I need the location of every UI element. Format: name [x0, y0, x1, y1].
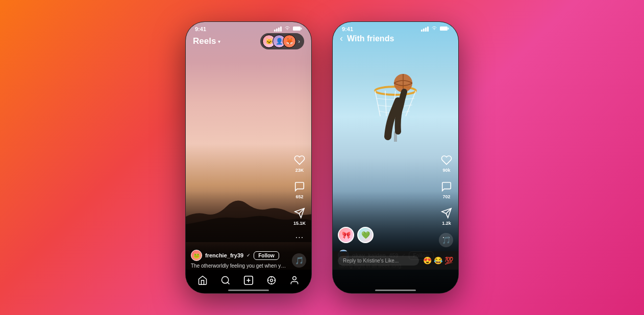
back-button[interactable]: ‹	[340, 33, 343, 44]
friend-avatar-1: 🎀	[338, 227, 354, 243]
reply-emojis: 😍 😂 💯	[423, 256, 453, 265]
status-time: 9:41	[195, 26, 206, 32]
comment-count: 652	[295, 194, 303, 199]
avatar-3: 🦊	[283, 35, 296, 48]
chevron-down-icon: ▾	[218, 39, 220, 44]
emoji-heart-eyes[interactable]: 😍	[423, 256, 432, 265]
with-friends-header: ‹ With friends	[333, 33, 458, 44]
like-count: 23K	[295, 168, 304, 173]
with-friends-title: With friends	[347, 34, 394, 43]
status-icons-2	[421, 26, 449, 32]
user-avatar: 🐸	[191, 250, 202, 261]
battery-icon	[293, 26, 302, 32]
wifi-icon-2	[431, 26, 437, 32]
right-actions-2: 90k 702 1.2k ···	[440, 153, 453, 242]
phone-with-friends: 9:41 ‹ With friends	[332, 21, 459, 294]
svg-point-15	[293, 277, 296, 280]
svg-rect-26	[448, 28, 449, 30]
share-action-2[interactable]: 1.2k	[440, 206, 453, 226]
comment-icon-2	[440, 180, 453, 193]
svg-line-18	[375, 91, 380, 116]
friends-avatars: 🐱 👤 🦊	[262, 35, 296, 48]
nav-reels[interactable]	[263, 272, 280, 288]
signal-icon	[274, 27, 282, 32]
reply-bar: Reply to Kristine's Like... 😍 😂 💯	[333, 251, 458, 270]
svg-point-10	[270, 279, 273, 282]
comment-count-2: 702	[442, 194, 450, 199]
share-icon	[293, 206, 306, 220]
share-icon-2	[440, 206, 453, 220]
reply-input[interactable]: Reply to Kristine's Like...	[338, 256, 419, 266]
svg-line-5	[228, 282, 230, 284]
nav-profile[interactable]	[286, 272, 303, 288]
reels-header: Reels ▾ 🐱 👤 🦊 ›	[186, 33, 311, 49]
svg-point-4	[221, 277, 228, 283]
phone-reels: 9:41 Reels ▾	[185, 21, 312, 294]
status-icons	[274, 26, 302, 32]
right-actions: 23K 652 15.1K ···	[293, 153, 306, 242]
comment-action[interactable]: 652	[293, 180, 306, 199]
nav-home[interactable]	[194, 272, 211, 288]
wifi-icon	[284, 26, 290, 32]
comment-icon	[293, 180, 306, 193]
nav-search[interactable]	[217, 272, 234, 288]
heart-icon	[293, 153, 306, 167]
share-count-2: 1.2k	[442, 221, 451, 226]
comment-action-2[interactable]: 702	[440, 180, 453, 199]
battery-icon-2	[440, 26, 449, 32]
share-count: 15.1K	[293, 221, 306, 226]
heart-icon-2	[440, 153, 453, 167]
more-icon: ···	[295, 233, 304, 242]
friend-avatar-2: 💚	[357, 227, 374, 243]
username: frenchie_fry39	[205, 252, 243, 258]
more-action[interactable]: ···	[295, 233, 304, 242]
reels-title: Reels	[193, 36, 216, 46]
svg-rect-0	[293, 27, 301, 31]
home-indicator	[228, 290, 269, 291]
user-info: 🐸 frenchie_fry39 ✓ Follow The otherworld…	[191, 250, 288, 269]
status-time-2: 9:41	[342, 26, 353, 32]
friends-activity: 🎀 💚	[338, 227, 374, 243]
home-indicator-2	[375, 290, 416, 291]
like-count-2: 90k	[442, 168, 450, 173]
like-action[interactable]: 23K	[293, 153, 306, 173]
share-action[interactable]: 15.1K	[293, 206, 306, 226]
status-bar-2: 9:41	[333, 22, 458, 34]
caption: The otherworldly feeling you get when yo…	[191, 263, 288, 269]
user-row: 🐸 frenchie_fry39 ✓ Follow	[191, 250, 288, 261]
nav-add[interactable]	[240, 272, 257, 288]
music-note-icon: 🎵	[292, 253, 306, 268]
music-note-icon-2: 🎵	[439, 233, 453, 247]
svg-rect-1	[301, 28, 302, 30]
signal-icon-2	[421, 27, 429, 32]
follow-button[interactable]: Follow	[254, 251, 279, 260]
like-action-2[interactable]: 90k	[440, 153, 453, 173]
avatars-chevron-icon: ›	[298, 38, 300, 44]
emoji-laugh[interactable]: 😂	[434, 256, 442, 265]
status-bar: 9:41	[186, 22, 311, 34]
friends-avatars-container[interactable]: 🐱 👤 🦊 ›	[260, 33, 304, 49]
emoji-hundred[interactable]: 💯	[444, 256, 453, 265]
reels-title-row[interactable]: Reels ▾	[193, 36, 220, 46]
svg-rect-25	[440, 27, 448, 31]
verified-icon: ✓	[246, 253, 251, 258]
